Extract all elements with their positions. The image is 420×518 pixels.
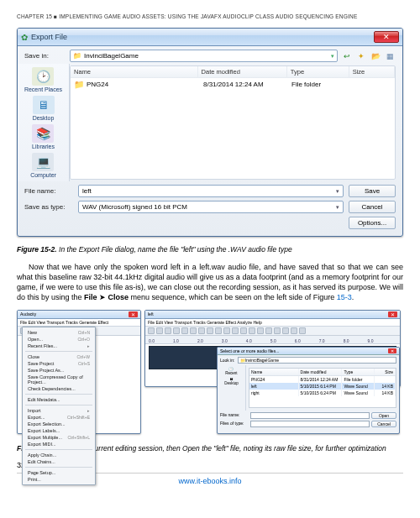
filename-label: File name:: [220, 412, 249, 419]
menu-item[interactable]: Edit Chains...: [28, 459, 55, 464]
close-icon[interactable]: ✕: [388, 311, 397, 317]
views-icon[interactable]: ▦: [384, 50, 396, 62]
menu-item[interactable]: Page Setup...: [28, 470, 55, 475]
lookin-value: InvinciBagelGame: [245, 358, 280, 363]
file-menu-dropdown[interactable]: NewCtrl+N Open...Ctrl+O Recent Files...▸…: [22, 327, 96, 485]
new-folder-icon[interactable]: 📂: [370, 50, 381, 62]
col-date[interactable]: Date modified: [198, 66, 287, 77]
col-date[interactable]: Date modified: [299, 369, 343, 375]
savetype-dropdown[interactable]: WAV (Microsoft) signed 16 bit PCM ▾: [78, 201, 344, 213]
para-text: menu sequence, which can be seen on the …: [129, 293, 337, 301]
export-file-dialog: ✿ Export File ✕ Save in: 📁 InvinciBagelG…: [17, 28, 403, 237]
menu-item[interactable]: Export Selection...: [28, 421, 66, 426]
figure-caption-15-2: Figure 15-2. In the Export File dialog, …: [17, 245, 403, 254]
file-list[interactable]: Name Date modified Type Size 📁PNG24 8/31…: [70, 65, 396, 180]
lookin-dropdown[interactable]: 📁 InvinciBagelGame: [238, 357, 396, 364]
menu-item[interactable]: Apply Chain...: [28, 453, 56, 458]
sidebar-label: Recent Places: [24, 86, 62, 92]
table-row-selected[interactable]: left5/10/2015 6:14 PMWave Sound14 KB: [249, 383, 396, 390]
chevron-down-icon: ▾: [331, 53, 334, 60]
lookin-label: Look in:: [220, 358, 235, 363]
places-sidebar: 🕑 Recent Places 🖥 Desktop 📚 Libraries 💻 …: [18, 64, 70, 181]
menu-item[interactable]: Import: [28, 408, 41, 413]
savein-dropdown[interactable]: 📁 InvinciBagelGame ▾: [70, 50, 338, 62]
sidebar-item-desktop[interactable]: 🖥Desktop: [224, 377, 239, 385]
col-type[interactable]: Type: [287, 66, 349, 77]
menu-item[interactable]: Close: [28, 354, 39, 359]
sidebar-item-libraries[interactable]: 📚 Libraries: [32, 124, 55, 149]
timeline-ruler[interactable]: 0.01.02.03.04.05.06.07.08.09.0: [145, 336, 400, 344]
menu-item[interactable]: Check Dependencies...: [28, 386, 76, 391]
col-size[interactable]: Size: [375, 369, 396, 375]
filename-input[interactable]: [250, 412, 370, 419]
cell-name: PNG24: [87, 81, 108, 88]
menubar[interactable]: File Edit View Transport Tracks Generate…: [145, 319, 400, 327]
close-button[interactable]: ✕: [374, 31, 399, 43]
sidebar-label: Computer: [30, 172, 56, 178]
close-icon[interactable]: ✕: [129, 311, 138, 317]
back-icon[interactable]: ↩: [341, 50, 353, 62]
sidebar-item-recent[interactable]: 🕑 Recent Places: [24, 67, 62, 92]
para-arrow: ➤: [97, 293, 108, 301]
para-bold: File: [84, 293, 97, 301]
save-button[interactable]: Save: [349, 185, 396, 197]
up-icon[interactable]: ✦: [355, 50, 367, 62]
menu-item[interactable]: Export Multiple...: [28, 435, 62, 440]
sidebar-item-recent[interactable]: 🕑Recent: [225, 367, 237, 375]
col-type[interactable]: Type: [342, 369, 374, 375]
menu-item[interactable]: Export Labels...: [28, 428, 60, 433]
figure-ref-link[interactable]: 15-3: [337, 293, 352, 301]
window-titlebar: left✕: [145, 311, 400, 319]
dialog-title: Export File: [31, 33, 370, 41]
menu-item[interactable]: New: [28, 330, 37, 335]
para-text: .: [352, 293, 354, 301]
filetype-dropdown[interactable]: [250, 421, 370, 427]
chevron-down-icon: ▾: [336, 204, 339, 211]
sidebar-label: Libraries: [32, 144, 55, 149]
menu-item[interactable]: Open...: [28, 337, 43, 342]
folder-icon: 📁: [74, 80, 84, 89]
body-paragraph: Now that we have only the spoken word le…: [17, 262, 403, 303]
table-row[interactable]: 📁PNG24 8/31/2014 12:24 AM File folder: [71, 78, 395, 91]
folder-icon: 📁: [73, 52, 81, 60]
figure-text: Close the current editing session, then …: [57, 444, 386, 453]
filename-label: File name:: [24, 187, 73, 195]
toolbar[interactable]: [145, 327, 400, 336]
table-row[interactable]: right5/10/2015 6:24 PMWave Sound14 KB: [249, 390, 396, 396]
menu-item[interactable]: Edit Metadata...: [28, 397, 60, 402]
file-table[interactable]: Name Date modified Type Size PNG248/31/2…: [249, 368, 396, 408]
col-name[interactable]: Name: [249, 369, 299, 375]
libraries-icon: 📚: [32, 124, 54, 143]
col-size[interactable]: Size: [349, 66, 395, 77]
cancel-button[interactable]: Cancel: [371, 421, 396, 427]
menu-item[interactable]: Export MIDI...: [28, 442, 56, 447]
menu-item[interactable]: Export...: [28, 415, 45, 420]
menu-item[interactable]: Print...: [28, 477, 41, 482]
para-bold: Close: [108, 293, 129, 301]
menu-item[interactable]: Save Compressed Copy of Project...: [28, 374, 90, 385]
desktop-icon: 🖥: [33, 96, 55, 114]
figure-label: Figure 15-2.: [17, 245, 57, 254]
open-button[interactable]: Open: [371, 412, 396, 419]
filename-input[interactable]: left ▾: [78, 185, 344, 197]
menu-item[interactable]: Save Project: [28, 361, 54, 366]
savein-value: InvinciBagelGame: [84, 52, 139, 60]
cell-type: File folder: [291, 81, 350, 88]
filetype-label: Files of type:: [220, 421, 249, 427]
site-link[interactable]: www.it-ebooks.info: [178, 477, 241, 485]
menu-item[interactable]: Recent Files...: [28, 343, 57, 348]
menu-item[interactable]: Save Project As...: [28, 368, 64, 373]
cancel-button[interactable]: Cancel: [349, 201, 396, 213]
dialog-titlebar: Select one or more audio files...✕: [218, 348, 399, 355]
table-row[interactable]: PNG248/31/2014 12:24 AMFile folder: [249, 376, 396, 383]
dialog-titlebar: ✿ Export File ✕: [18, 29, 402, 46]
sidebar-item-desktop[interactable]: 🖥 Desktop: [33, 96, 55, 121]
sidebar-item-computer[interactable]: 💻 Computer: [30, 153, 56, 178]
options-button[interactable]: Options...: [349, 217, 396, 229]
close-icon[interactable]: ✕: [388, 348, 396, 353]
places-sidebar: 🕑Recent 🖥Desktop: [218, 365, 246, 411]
col-name[interactable]: Name: [71, 66, 198, 77]
sidebar-label: Desktop: [33, 115, 55, 121]
export-icon: ✿: [21, 33, 28, 42]
menubar[interactable]: File Edit View Transport Tracks Generate…: [18, 319, 140, 327]
